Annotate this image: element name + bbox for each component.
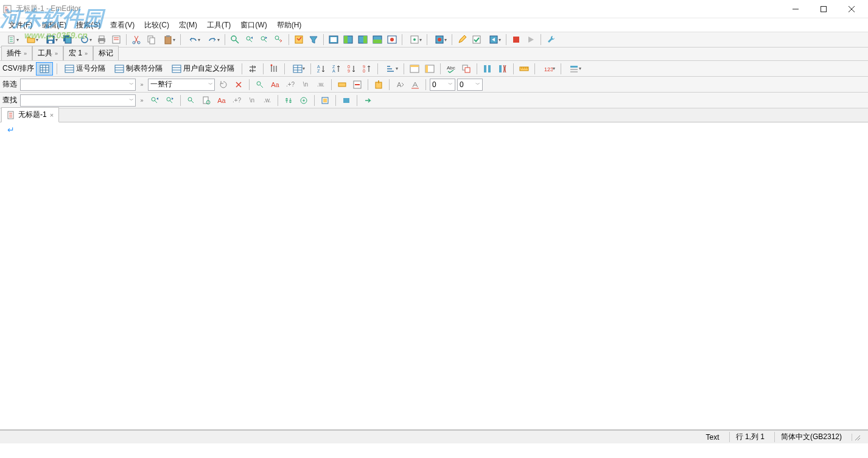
panel1-button[interactable] xyxy=(327,33,340,46)
linenum-button[interactable]: 123 xyxy=(539,62,557,76)
find-highlight-button[interactable] xyxy=(318,94,332,107)
wrench-button[interactable] xyxy=(544,33,558,46)
csv-col-button[interactable] xyxy=(267,62,281,76)
filter-opt2-button[interactable] xyxy=(408,78,422,91)
macro-rec-button[interactable] xyxy=(430,33,449,46)
print-button[interactable] xyxy=(95,33,108,46)
find-prev-button[interactable] xyxy=(148,94,161,107)
status-type[interactable]: Text xyxy=(700,433,726,442)
filter-escape-button[interactable]: \n xyxy=(299,78,312,91)
find-around-button[interactable] xyxy=(282,94,295,107)
app-button[interactable] xyxy=(110,33,123,46)
csv-convert-button[interactable] xyxy=(246,62,259,76)
paste-button[interactable] xyxy=(159,33,177,46)
find-input[interactable] xyxy=(20,94,136,107)
filter-word-button[interactable]: .w. xyxy=(314,78,327,91)
sort-az-button[interactable]: AZ xyxy=(315,62,328,76)
group1-button[interactable] xyxy=(408,62,421,76)
menu-compare[interactable]: 比较(C) xyxy=(139,18,174,32)
document-tab[interactable]: 无标题-1 × xyxy=(1,107,59,122)
find-button[interactable] xyxy=(228,33,242,46)
filter-below-select[interactable]: 0﹀ xyxy=(457,79,483,91)
csv-comma-button[interactable]: 逗号分隔 xyxy=(61,62,109,76)
find-inc-button[interactable] xyxy=(184,94,198,107)
group2-button[interactable] xyxy=(423,62,436,76)
sort-len-button[interactable] xyxy=(382,62,400,76)
ruler-button[interactable] xyxy=(517,62,531,76)
close-button[interactable] xyxy=(838,0,866,18)
find-case-button[interactable]: Aa xyxy=(215,94,228,107)
edit-button[interactable] xyxy=(455,33,469,46)
csv-user-button[interactable]: 用户自定义分隔 xyxy=(168,62,238,76)
document-tab-close[interactable]: × xyxy=(50,111,54,119)
find-close-button[interactable] xyxy=(361,94,374,107)
replace-button[interactable] xyxy=(272,33,285,46)
undo-button[interactable] xyxy=(184,33,202,46)
status-encoding[interactable]: 简体中文(GB2312) xyxy=(774,432,848,442)
open-button[interactable] xyxy=(22,33,40,46)
filter-neg-button[interactable] xyxy=(351,78,364,91)
sort-09-button[interactable]: 09 xyxy=(345,62,359,76)
filter-input[interactable] xyxy=(20,79,136,91)
menu-edit[interactable]: 编辑(E) xyxy=(37,18,71,32)
status-position[interactable]: 行 1,列 1 xyxy=(729,432,771,442)
menu-tools[interactable]: 工具(T) xyxy=(202,18,236,32)
redo-button[interactable] xyxy=(203,33,222,46)
tab-macro[interactable]: 宏 1» xyxy=(63,46,93,60)
filter-bookmark-button[interactable] xyxy=(372,78,385,91)
sort-za-button[interactable]: ZA xyxy=(330,62,343,76)
filter-case-button[interactable]: Aa xyxy=(268,78,282,91)
marker-button[interactable] xyxy=(292,33,306,46)
copy-button[interactable] xyxy=(144,33,158,46)
maximize-button[interactable] xyxy=(810,0,838,18)
sort-90-button[interactable]: 90 xyxy=(360,62,374,76)
filter-refresh-button[interactable] xyxy=(217,78,230,91)
col-insert-button[interactable] xyxy=(481,62,494,76)
menu-help[interactable]: 帮助(H) xyxy=(272,18,307,32)
find-doc-button[interactable] xyxy=(200,94,213,107)
find-regex-button[interactable]: .+? xyxy=(230,94,243,107)
tab-marker[interactable]: 标记 xyxy=(93,46,119,60)
csv-normal-button[interactable] xyxy=(36,62,53,76)
filter-opt1-button[interactable]: A xyxy=(393,78,407,91)
menu-macro[interactable]: 宏(M) xyxy=(174,18,202,32)
find-count-button[interactable] xyxy=(297,94,310,107)
find-next-button[interactable] xyxy=(163,94,177,107)
filter-above-select[interactable]: 0﹀ xyxy=(430,79,455,91)
spell-button[interactable]: Abc xyxy=(444,62,458,76)
menu-window[interactable]: 窗口(W) xyxy=(236,18,271,32)
cut-button[interactable] xyxy=(130,33,143,46)
filter-clear-button[interactable] xyxy=(232,78,245,91)
minimize-button[interactable] xyxy=(782,0,810,18)
panel2-button[interactable] xyxy=(341,33,355,46)
filter-whole-button[interactable] xyxy=(335,78,349,91)
find-escape-button[interactable]: \n xyxy=(245,94,259,107)
find-word-button[interactable]: .w. xyxy=(261,94,274,107)
menu-search[interactable]: 搜索(S) xyxy=(71,18,105,32)
filter-button[interactable] xyxy=(307,33,320,46)
find-expand-button[interactable]: » xyxy=(138,94,146,107)
save-all-button[interactable] xyxy=(61,33,74,46)
panel4-button[interactable] xyxy=(371,33,384,46)
col-delete-button[interactable] xyxy=(496,62,509,76)
check-button[interactable] xyxy=(470,33,483,46)
record-button[interactable] xyxy=(509,33,523,46)
filter-expand-button[interactable]: » xyxy=(138,78,146,91)
csv-tab-button[interactable]: 制表符分隔 xyxy=(111,62,166,76)
config-button[interactable] xyxy=(405,33,424,46)
csv-grid-button[interactable] xyxy=(289,62,307,76)
tab-plugin[interactable]: 插件» xyxy=(1,46,32,60)
wizard-button[interactable] xyxy=(485,33,503,46)
menu-file[interactable]: 文件(F) xyxy=(4,18,37,32)
heading-button[interactable] xyxy=(565,62,583,76)
menu-view[interactable]: 查看(V) xyxy=(105,18,139,32)
dup-button[interactable] xyxy=(460,62,473,76)
find-sel-button[interactable] xyxy=(340,94,353,107)
reload-button[interactable] xyxy=(75,33,94,46)
find-next-button[interactable] xyxy=(257,33,271,46)
play-button[interactable] xyxy=(524,33,537,46)
filter-mode-select[interactable] xyxy=(148,79,215,91)
panel5-button[interactable] xyxy=(385,33,399,46)
filter-find-button[interactable] xyxy=(253,78,267,91)
save-button[interactable] xyxy=(41,33,60,46)
